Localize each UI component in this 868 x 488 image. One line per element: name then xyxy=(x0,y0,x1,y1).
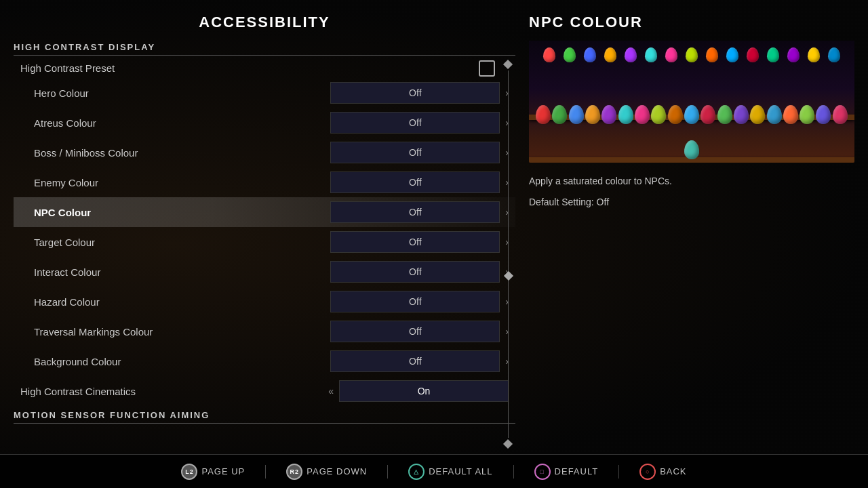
value-boss-colour[interactable]: Off xyxy=(330,142,500,163)
value-interact-colour[interactable]: Off xyxy=(330,261,500,283)
l2-icon: L2 xyxy=(181,464,197,480)
divider-2 xyxy=(387,465,388,479)
setting-row-enemy-colour[interactable]: Enemy Colour Off › xyxy=(14,167,515,197)
egg-top-shelf xyxy=(529,44,854,62)
label-cinematics: High Contrast Cinematics xyxy=(20,386,328,397)
page-down-btn[interactable]: R2 PAGE DOWN xyxy=(286,464,367,480)
setting-row-target-colour[interactable]: Target Colour Off › xyxy=(14,227,515,257)
r2-icon: R2 xyxy=(286,464,302,480)
value-container-background: Off › xyxy=(330,350,509,372)
value-cinematics[interactable]: On xyxy=(339,380,509,402)
egg xyxy=(717,105,732,124)
label-boss-colour: Boss / Miniboss Colour xyxy=(34,147,330,159)
egg xyxy=(569,105,584,124)
egg xyxy=(750,105,765,124)
section-title: ACCESSIBILITY xyxy=(14,14,515,31)
value-container-cinematics: « On xyxy=(328,380,509,402)
page-down-label: PAGE DOWN xyxy=(307,466,367,476)
label-background-colour: Background Colour xyxy=(34,356,330,367)
divider-4 xyxy=(618,465,619,479)
scroll-line xyxy=(508,70,509,438)
label-atreus-colour: Atreus Colour xyxy=(34,117,330,129)
value-atreus-colour[interactable]: Off xyxy=(330,112,500,134)
setting-row-npc-colour[interactable]: NPC Colour Off › xyxy=(14,197,515,227)
egg-top xyxy=(706,47,718,62)
value-hero-colour[interactable]: Off xyxy=(330,82,500,104)
arrow-left-cinematics: « xyxy=(328,386,334,396)
egg-top xyxy=(645,47,657,62)
setting-row-hazard-colour[interactable]: Hazard Colour Off › xyxy=(14,287,515,317)
egg xyxy=(734,105,749,124)
label-interact-colour: Interact Colour xyxy=(34,266,330,278)
egg-top xyxy=(787,47,800,62)
preset-icon xyxy=(479,60,495,77)
egg xyxy=(684,105,699,124)
egg-top xyxy=(686,47,698,62)
label-hazard-colour: Hazard Colour xyxy=(34,296,330,308)
setting-row-high-contrast-preset[interactable]: High Contrast Preset xyxy=(14,58,515,78)
page-up-label: PAGE UP xyxy=(201,466,245,476)
setting-row-traversal-colour[interactable]: Traversal Markings Colour Off › xyxy=(14,317,515,346)
divider-1 xyxy=(265,465,266,479)
value-container-traversal: Off › xyxy=(330,321,509,342)
egg-top xyxy=(584,47,596,62)
subsection-motion-sensor: MOTION SENSOR FUNCTION AIMING xyxy=(14,410,515,424)
egg-top xyxy=(543,47,555,62)
egg-top xyxy=(665,47,677,62)
left-panel: ACCESSIBILITY HIGH CONTRAST DISPLAY High… xyxy=(0,0,515,488)
value-container-boss: Off › xyxy=(330,142,509,163)
value-target-colour[interactable]: Off xyxy=(330,231,500,253)
egg xyxy=(800,105,814,124)
egg-top xyxy=(625,47,637,62)
setting-row-background-colour[interactable]: Background Colour Off › xyxy=(14,346,515,376)
label-high-contrast-preset: High Contrast Preset xyxy=(20,62,509,74)
value-container-target: Off › xyxy=(330,231,509,253)
egg xyxy=(833,105,848,124)
egg xyxy=(618,105,633,124)
default-all-btn[interactable]: △ DEFAULT ALL xyxy=(408,464,492,480)
egg xyxy=(651,105,666,124)
egg-top xyxy=(828,47,840,62)
value-npc-colour[interactable]: Off xyxy=(330,201,500,223)
egg xyxy=(585,105,600,124)
label-npc-colour: NPC Colour xyxy=(34,207,330,218)
label-hero-colour: Hero Colour xyxy=(34,87,330,99)
subsection-high-contrast: HIGH CONTRAST DISPLAY xyxy=(14,42,515,56)
egg-top xyxy=(808,47,820,62)
egg-bottom-shelf xyxy=(529,89,854,163)
bottom-bar: L2 PAGE UP R2 PAGE DOWN △ DEFAULT ALL □ … xyxy=(0,454,868,488)
value-container-hazard: Off › xyxy=(330,291,509,312)
setting-row-hero-colour[interactable]: Hero Colour Off › xyxy=(14,78,515,108)
eggs-display xyxy=(529,41,854,163)
detail-title: NPC COLOUR xyxy=(529,14,854,31)
egg-top xyxy=(767,47,779,62)
label-enemy-colour: Enemy Colour xyxy=(34,177,330,188)
detail-image xyxy=(529,41,854,163)
egg xyxy=(536,105,551,124)
default-btn[interactable]: □ DEFAULT xyxy=(534,464,599,480)
value-traversal-colour[interactable]: Off xyxy=(330,321,500,342)
egg xyxy=(816,105,831,124)
value-container-npc: Off › xyxy=(330,201,509,223)
egg-top xyxy=(604,47,616,62)
value-container-interact: Off › xyxy=(330,261,509,283)
setting-row-cinematics[interactable]: High Contrast Cinematics « On xyxy=(14,376,515,406)
value-container-enemy: Off › xyxy=(330,171,509,193)
default-label: DEFAULT xyxy=(555,466,599,476)
value-container-atreus: Off › xyxy=(330,112,509,134)
back-label: BACK xyxy=(660,466,686,476)
triangle-icon: △ xyxy=(408,464,425,480)
settings-list: HIGH CONTRAST DISPLAY High Contrast Pres… xyxy=(14,42,515,447)
egg xyxy=(601,105,616,124)
egg-top xyxy=(726,47,738,62)
back-btn[interactable]: ○ BACK xyxy=(639,464,686,480)
value-enemy-colour[interactable]: Off xyxy=(330,171,500,193)
setting-row-boss-colour[interactable]: Boss / Miniboss Colour Off › xyxy=(14,138,515,167)
scroll-bar xyxy=(507,61,509,447)
value-background-colour[interactable]: Off xyxy=(330,350,500,372)
value-hazard-colour[interactable]: Off xyxy=(330,291,500,312)
value-container-hero: Off › xyxy=(330,82,509,104)
setting-row-atreus-colour[interactable]: Atreus Colour Off › xyxy=(14,108,515,138)
page-up-btn[interactable]: L2 PAGE UP xyxy=(181,464,245,480)
setting-row-interact-colour[interactable]: Interact Colour Off › xyxy=(14,257,515,287)
